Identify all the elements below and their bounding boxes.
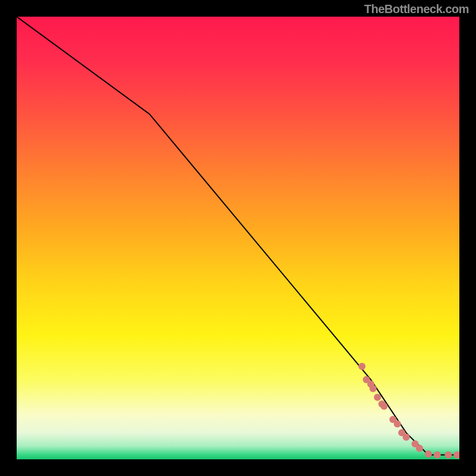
data-marker <box>453 452 459 459</box>
data-marker <box>374 394 381 401</box>
data-marker <box>358 363 365 370</box>
data-marker <box>434 452 441 459</box>
data-marker <box>369 385 377 392</box>
attribution-label: TheBottleneck.com <box>364 2 469 16</box>
data-marker <box>425 450 432 458</box>
data-markers <box>358 363 459 459</box>
curve-path <box>17 17 459 455</box>
plot-area <box>17 17 459 459</box>
data-marker <box>416 444 423 452</box>
chart-container: TheBottleneck.com <box>0 0 476 476</box>
data-marker <box>394 420 401 427</box>
bottleneck-curve <box>17 17 459 455</box>
chart-overlay <box>17 17 459 459</box>
data-marker <box>444 452 452 459</box>
data-marker <box>403 434 410 441</box>
data-marker <box>381 403 388 410</box>
